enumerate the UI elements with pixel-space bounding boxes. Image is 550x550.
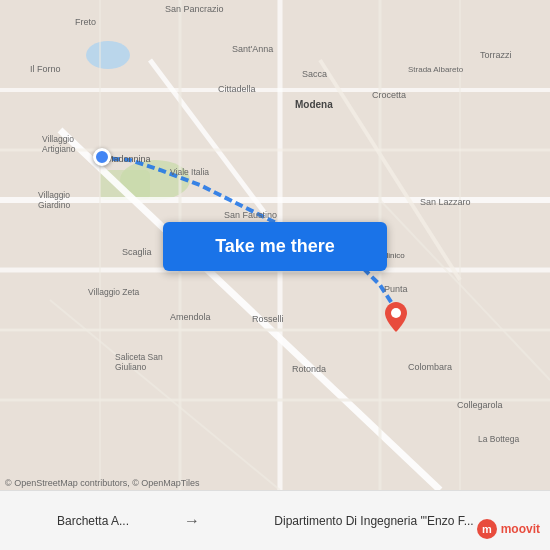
map-attribution: © OpenStreetMap contributors, © OpenMapT… bbox=[5, 478, 200, 488]
svg-text:San Pancrazio: San Pancrazio bbox=[165, 4, 224, 14]
svg-text:Villaggio: Villaggio bbox=[38, 190, 70, 200]
svg-text:Crocetta: Crocetta bbox=[372, 90, 406, 100]
svg-text:Rosselli: Rosselli bbox=[252, 314, 284, 324]
svg-text:Cittadella: Cittadella bbox=[218, 84, 256, 94]
svg-text:Villaggio Zeta: Villaggio Zeta bbox=[88, 287, 140, 297]
svg-text:Amendola: Amendola bbox=[170, 312, 211, 322]
svg-text:Torrazzi: Torrazzi bbox=[480, 50, 512, 60]
svg-text:Viale Italia: Viale Italia bbox=[170, 167, 209, 177]
svg-text:m: m bbox=[482, 523, 492, 535]
origin-marker bbox=[93, 148, 111, 166]
svg-text:Sacca: Sacca bbox=[302, 69, 327, 79]
svg-text:Madonnina: Madonnina bbox=[106, 154, 151, 164]
svg-text:La Bottega: La Bottega bbox=[478, 434, 519, 444]
svg-text:Freto: Freto bbox=[75, 17, 96, 27]
svg-text:Colombara: Colombara bbox=[408, 362, 452, 372]
svg-text:Artigiano: Artigiano bbox=[42, 144, 76, 154]
svg-text:Il Forno: Il Forno bbox=[30, 64, 61, 74]
svg-text:San Faustino: San Faustino bbox=[224, 210, 277, 220]
svg-text:San Lazzaro: San Lazzaro bbox=[420, 197, 471, 207]
svg-text:Saliceta San: Saliceta San bbox=[115, 352, 163, 362]
svg-text:Giuliano: Giuliano bbox=[115, 362, 146, 372]
svg-text:Giardino: Giardino bbox=[38, 200, 70, 210]
svg-text:Modena: Modena bbox=[295, 99, 333, 110]
svg-text:Rotonda: Rotonda bbox=[292, 364, 326, 374]
destination-marker bbox=[385, 302, 407, 332]
footer: Barchetta A... → Dipartimento Di Ingegne… bbox=[0, 490, 550, 550]
svg-text:Sant'Anna: Sant'Anna bbox=[232, 44, 273, 54]
svg-text:Punta: Punta bbox=[384, 284, 408, 294]
map-container: Freto San Pancrazio Sant'Anna Sacca Stra… bbox=[0, 0, 550, 490]
svg-text:Villaggio: Villaggio bbox=[42, 134, 74, 144]
svg-point-3 bbox=[86, 41, 130, 69]
svg-text:Strada Albareto: Strada Albareto bbox=[408, 65, 464, 74]
footer-arrow-icon: → bbox=[184, 512, 200, 530]
svg-point-52 bbox=[391, 308, 401, 318]
svg-text:Collegarola: Collegarola bbox=[457, 400, 503, 410]
footer-origin: Barchetta A... bbox=[10, 514, 176, 528]
moovit-text: moovit bbox=[501, 522, 540, 536]
take-me-there-button[interactable]: Take me there bbox=[163, 222, 387, 271]
svg-text:Scaglia: Scaglia bbox=[122, 247, 152, 257]
moovit-logo: m moovit bbox=[476, 518, 540, 540]
